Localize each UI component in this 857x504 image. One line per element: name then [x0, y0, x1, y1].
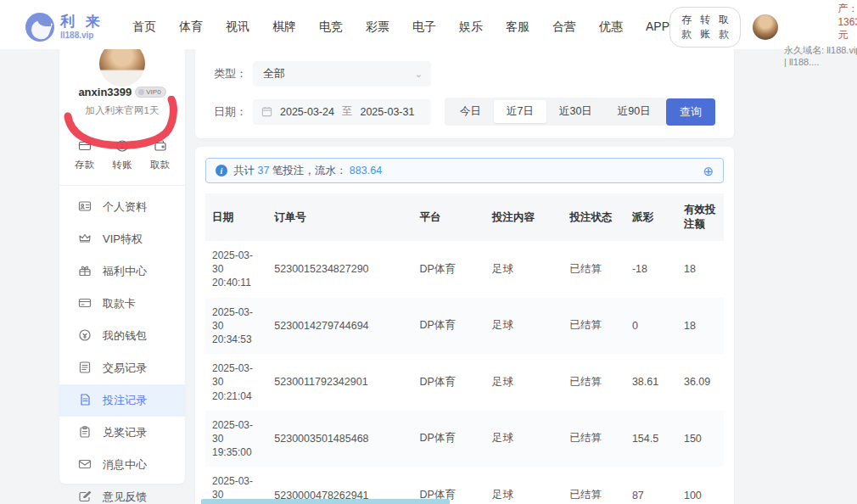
divider [59, 185, 185, 186]
sidebar-item[interactable]: 福利中心 [59, 255, 185, 288]
summary-bar: i 共计 37 笔投注，流水： 883.64 ⊕ [205, 158, 724, 183]
table-row[interactable]: 2025-03-3020:40:11 5230015234827290 DP体育… [205, 241, 724, 298]
range-button[interactable]: 今日 [447, 100, 494, 123]
valid-bet-amount: 36.09 [677, 354, 724, 411]
main-menu: 首页体育视讯棋牌电竞彩票电子娱乐客服合营优惠APP [132, 20, 669, 35]
nav-item[interactable]: 彩票 [366, 20, 389, 35]
assets-label: 总资产： [837, 0, 857, 14]
sidebar-item-label: 个人资料 [103, 199, 147, 215]
sidebar-item[interactable]: 投注记录 [59, 384, 185, 417]
sidebar-item[interactable]: 取款卡 [59, 288, 185, 320]
bet-date: 2025-03-30 [212, 418, 260, 445]
bet-content: 足球 [485, 354, 563, 411]
bet-status: 已结算 [563, 467, 625, 504]
column-header: 投注状态 [563, 193, 625, 241]
sidebar-item-label: 交易记录 [103, 361, 147, 376]
bet-date: 2025-03-30 [212, 305, 260, 333]
filter-panel: 类型： 全部 ⌄ 日期： 2025-03-24 [195, 47, 734, 138]
sidebar-item-label: VIP特权 [103, 232, 143, 247]
user-account-block[interactable]: anxin3399 总资产： 1363.49元 永久域名: ll188.vip … [753, 0, 857, 67]
bet-date: 2025-03-30 [212, 249, 260, 276]
table-header-row: 日期订单号平台投注内容投注状态派彩有效投注额 [205, 193, 724, 241]
sidebar-item[interactable]: 个人资料 [59, 191, 185, 223]
order-number: 5230015234827290 [267, 241, 412, 298]
order-number: 5230011792342901 [267, 354, 412, 411]
sidebar-item[interactable]: VIP特权 [59, 223, 185, 255]
join-duration-text: 加入利来官网1天 [59, 104, 185, 117]
range-button[interactable]: 近30日 [546, 100, 605, 123]
sidebar-item-label: 投注记录 [103, 393, 147, 408]
summary-middle: 笔投注，流水： [272, 165, 347, 176]
valid-bet-amount: 18 [677, 241, 724, 298]
nav-item[interactable]: 娱乐 [459, 20, 483, 35]
nav-item[interactable]: 合营 [552, 20, 576, 35]
chevron-down-icon: ⌄ [415, 69, 423, 80]
sidebar-item-label: 兑奖记录 [103, 425, 147, 440]
document-icon [78, 393, 92, 409]
quick-action-withdraw[interactable]: 取款 [150, 139, 170, 171]
date-from-value: 2025-03-24 [280, 106, 334, 118]
search-button[interactable]: 查询 [666, 98, 715, 126]
nav-item[interactable]: APP [646, 20, 669, 35]
platform: DP体育 [412, 354, 485, 411]
column-header: 平台 [412, 193, 485, 241]
brand-name: 利 来 [60, 14, 104, 29]
sidebar-item[interactable]: 意见反馈 [59, 481, 185, 504]
summary-prefix: 共计 [233, 165, 255, 176]
nav-item[interactable]: 优惠 [599, 20, 623, 35]
bet-status: 已结算 [563, 354, 625, 411]
date-to-value: 2025-03-31 [360, 106, 414, 118]
mail-icon [78, 457, 92, 473]
column-header: 有效投注额 [677, 193, 724, 241]
profile-sidebar: anxin3399 VIP0 加入利来官网1天 存款 转账 取款 个人资料 VI… [59, 47, 185, 484]
nav-item[interactable]: 棋牌 [272, 20, 296, 35]
payout: 38.61 [625, 354, 677, 411]
platform: DP体育 [412, 298, 485, 355]
wallet-pill[interactable]: 转账 [700, 13, 710, 42]
feedback-icon [78, 490, 92, 504]
quick-action-label: 存款 [75, 159, 94, 171]
quick-action-deposit[interactable]: 存款 [75, 139, 94, 171]
table-row[interactable]: 2025-03-3019:35:00 5230003501485468 DP体育… [205, 411, 724, 468]
user-avatar [753, 14, 778, 40]
sidebar-item[interactable]: 我的钱包 [59, 320, 185, 352]
nav-item[interactable]: 体育 [179, 20, 203, 35]
quick-action-label: 取款 [150, 159, 170, 171]
brand-logo[interactable]: 利 来 ll188.vip [25, 13, 110, 42]
range-button[interactable]: 近7日 [494, 100, 546, 123]
wallet-actions-group: 存款转账取款 [669, 7, 741, 48]
payout: 154.5 [625, 411, 677, 468]
order-number: 5230014279744694 [267, 298, 412, 355]
wallet-pill[interactable]: 取款 [719, 13, 729, 42]
bet-records-table: 日期订单号平台投注内容投注状态派彩有效投注额 2025-03-3020:40:1… [205, 193, 724, 504]
bet-date: 2025-03-30 [212, 474, 260, 501]
sidebar-quick-actions: 存款 转账 取款 [59, 117, 185, 183]
sidebar-item[interactable]: 消息中心 [59, 449, 185, 481]
list-icon [78, 361, 92, 377]
bet-content: 足球 [485, 467, 563, 504]
range-button[interactable]: 近90日 [605, 100, 664, 123]
nav-item[interactable]: 电竞 [319, 20, 343, 35]
wallet-pill[interactable]: 存款 [681, 13, 692, 42]
quick-range-group: 今日近7日近30日近90日 [445, 98, 666, 126]
bank-card-icon [78, 296, 92, 312]
summary-volume: 883.64 [350, 165, 382, 176]
nav-item[interactable]: 客服 [506, 20, 529, 35]
expand-circle-plus-icon[interactable]: ⊕ [703, 165, 714, 177]
bet-status: 已结算 [563, 298, 625, 355]
bet-records-panel: i 共计 37 笔投注，流水： 883.64 ⊕ 日期订单号平台投注内容投注状态… [195, 147, 734, 504]
table-row[interactable]: 2025-03-3020:21:04 5230011792342901 DP体育… [205, 354, 724, 411]
quick-action-transfer[interactable]: 转账 [113, 139, 132, 171]
nav-item[interactable]: 视讯 [226, 20, 249, 35]
nav-item[interactable]: 电子 [412, 20, 436, 35]
bottom-accent-bar [201, 499, 450, 504]
nav-item[interactable]: 首页 [132, 20, 156, 35]
type-select[interactable]: 全部 ⌄ [253, 61, 431, 87]
withdraw-icon [154, 139, 167, 154]
bet-content: 足球 [485, 298, 563, 355]
sidebar-item[interactable]: 兑奖记录 [59, 417, 185, 449]
table-row[interactable]: 2025-03-3020:34:53 5230014279744694 DP体育… [205, 298, 724, 355]
bet-date: 2025-03-30 [212, 361, 260, 389]
date-range-input[interactable]: 2025-03-24 至 2025-03-31 [253, 99, 431, 125]
sidebar-item[interactable]: 交易记录 [59, 352, 185, 384]
